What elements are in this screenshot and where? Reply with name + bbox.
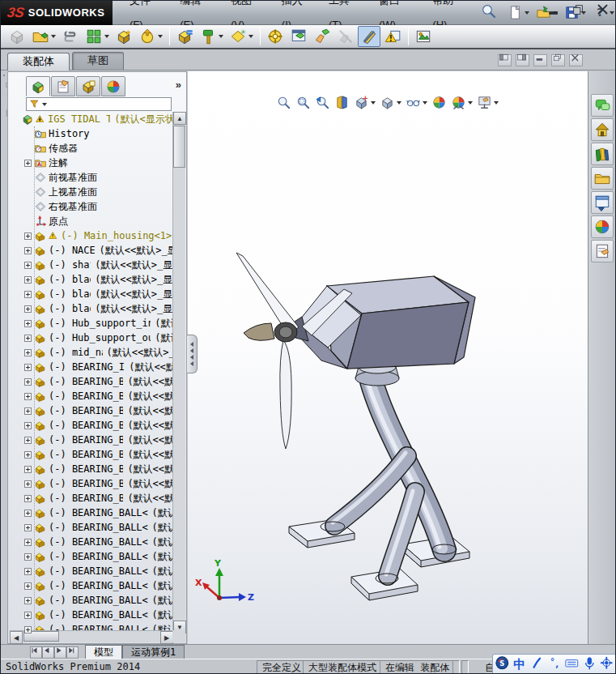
edit-component-button[interactable] — [311, 26, 333, 47]
next-tab-button[interactable] — [54, 646, 66, 659]
collapse-right-pane-button[interactable] — [516, 54, 529, 66]
tree-item--mid_nacelle<1>[interactable]: (-) mid_nacelle<1>(默认<<默认>_显示状态 1>) — [10, 345, 173, 360]
tree-expander[interactable] — [24, 437, 32, 444]
doc-close-button[interactable] — [569, 54, 583, 66]
tree-item-[interactable]: 右视基准面 — [10, 199, 173, 214]
tree-expander[interactable] — [24, 407, 32, 415]
collapse-left-pane-button[interactable] — [498, 54, 512, 66]
insert-components-button[interactable] — [29, 26, 58, 47]
handwriting-button[interactable] — [529, 656, 545, 672]
tree-item-IGSTIDALTURBINE[interactable]: IGS TIDAL TURBINE (默认<显示状态-1>) — [10, 112, 173, 126]
tree-item--BEARING_BALL<10>[interactable]: (-) BEARING_BALL<10>(默认 — [10, 506, 173, 520]
ime-settings-button[interactable] — [599, 656, 614, 672]
mate-button[interactable] — [59, 26, 82, 47]
commandmanager-tab-装配体[interactable]: 装配体 — [7, 53, 70, 70]
tree-item--BEARING_BALL<4>[interactable]: (-) BEARING_BALL<4>(默认<<默认>) — [10, 418, 173, 433]
last-tab-button[interactable] — [66, 646, 79, 659]
tree-item--BEARING_BALL<13>[interactable]: (-) BEARING_BALL<13>(默认 — [10, 549, 173, 564]
tree-expander[interactable] — [24, 232, 32, 240]
solidworks-forum-button[interactable] — [591, 94, 614, 117]
turbine-3d-model[interactable]: X Y Z — [188, 71, 589, 644]
close-button[interactable] — [596, 5, 610, 18]
tree-item-[interactable]: 前视基准面 — [10, 170, 173, 185]
tree-expander[interactable] — [24, 510, 32, 517]
tree-expander[interactable] — [24, 612, 32, 619]
tree-item--Hub_support_outer<1>[interactable]: (-) Hub_support_outer<1>(默认 — [10, 331, 173, 345]
tree-item--BEARING_BALL<8>[interactable]: (-) BEARING_BALL<8>(默认<<默认>) — [10, 476, 173, 491]
smart-fasteners-button[interactable]: ★ — [113, 26, 135, 47]
insert-component-button[interactable] — [6, 26, 28, 47]
tree-item--Hub_support_inner<1>[interactable]: (-) Hub_support_inner<1>(默认 — [10, 316, 173, 331]
tree-expander[interactable] — [24, 262, 32, 269]
tree-expander[interactable] — [24, 568, 32, 575]
tree-expander[interactable] — [24, 495, 32, 502]
tree-item--Main_housing<1>[interactable]: !(-) Main_housing<1> — [10, 228, 173, 243]
assembly-visualization-button[interactable] — [287, 26, 310, 47]
punctuation-button[interactable]: °, — [547, 656, 563, 672]
tree-expander[interactable] — [24, 393, 32, 400]
tree-item--BEARING_BALL<14>[interactable]: (-) BEARING_BALL<14>(默认 — [10, 564, 173, 578]
fm-tab-displaymanager[interactable] — [101, 76, 125, 96]
tree-item--BEARING_BALL<11>[interactable]: (-) BEARING_BALL<11>(默认 — [10, 520, 173, 535]
show-hidden-components-button[interactable] — [173, 26, 196, 47]
panel-splitter-handle[interactable] — [187, 335, 198, 373]
assemblyxpert-button[interactable]: ! — [381, 26, 404, 47]
scroll-right-button[interactable]: ▶ — [160, 631, 173, 644]
tree-item--BEARING_BALL<3>[interactable]: (-) BEARING_BALL<3>(默认<<默认>) — [10, 403, 173, 418]
tree-item-[interactable]: A注解 — [10, 156, 173, 170]
tree-expander[interactable] — [24, 160, 32, 167]
take-snapshot-button[interactable] — [412, 26, 435, 47]
panel-overflow-chevron[interactable]: » — [176, 79, 181, 91]
tree-expander[interactable] — [24, 305, 32, 313]
tree-expander[interactable] — [24, 291, 32, 298]
fm-tab-featuremanager-tree[interactable] — [26, 76, 50, 96]
file-explorer-button[interactable] — [591, 167, 614, 190]
scroll-up-button[interactable]: ▲ — [173, 112, 186, 125]
move-component-button[interactable] — [136, 26, 165, 47]
tree-expander[interactable] — [24, 539, 32, 546]
voice-input-button[interactable] — [582, 656, 597, 672]
tree-item--BEARING_BALL<15>[interactable]: (-) BEARING_BALL<15>(默认 — [10, 578, 173, 593]
solidworks-resources-button[interactable] — [591, 118, 614, 141]
design-library-button[interactable] — [591, 143, 614, 165]
chinese-mode-button[interactable]: 中 — [512, 656, 528, 672]
tree-expander[interactable] — [24, 597, 32, 604]
tree-horizontal-scrollbar[interactable]: ◀ ▶ — [10, 630, 173, 642]
new-motion-study-button[interactable] — [264, 26, 287, 47]
tree-item--BEARING_INNER<1>[interactable]: (-) BEARING_INNER<1>(默认<<默认>) — [10, 360, 173, 374]
tree-expander[interactable] — [24, 247, 32, 254]
tree-item-History[interactable]: History — [10, 126, 173, 141]
tree-item--BEARING_BALL<16>[interactable]: (-) BEARING_BALL<16>(默认 — [10, 593, 173, 608]
tree-expander[interactable] — [24, 466, 32, 473]
tree-expander[interactable] — [24, 553, 32, 561]
tree-item--BEARING_BALL<7>[interactable]: (-) BEARING_BALL<7>(默认<<默认>) — [10, 462, 173, 476]
tree-item--blade<3>[interactable]: (-) blade<3>(默认<<默认>_显示状态 1>) — [10, 301, 173, 316]
fm-tab-configurationmanager[interactable] — [76, 76, 100, 96]
search-icon[interactable] — [480, 4, 497, 22]
commandmanager-tab-草图[interactable]: 草图 — [72, 52, 124, 70]
tree-item-[interactable]: 传感器 — [10, 141, 173, 156]
large-assembly-mode-button[interactable] — [358, 26, 380, 47]
tree-item--blade<2>[interactable]: (-) blade<2>(默认<<默认>_显示状态 1>) — [10, 287, 173, 301]
tree-expander[interactable] — [24, 276, 32, 284]
new-document-button[interactable] — [505, 3, 532, 23]
reference-geometry-button[interactable]: ✳ — [227, 26, 256, 47]
tree-item-[interactable]: 上视基准面 — [10, 185, 173, 199]
linear-component-pattern-button[interactable] — [83, 26, 112, 47]
doc-restore-button[interactable] — [551, 54, 565, 66]
assembly-features-button[interactable] — [197, 26, 226, 47]
tree-expander[interactable] — [24, 626, 32, 633]
tree-expander[interactable] — [24, 480, 32, 488]
graphics-viewport[interactable]: + — [188, 71, 589, 644]
tree-item--BEARING_BALL<1>[interactable]: (-) BEARING_BALL<1>(默认<<默认>) — [10, 374, 173, 389]
tree-item--BEARING_BALL<5>[interactable]: (-) BEARING_BALL<5>(默认<<默认>) — [10, 433, 173, 447]
tree-vertical-scrollbar[interactable]: ▲ ▼ — [172, 112, 185, 633]
tree-expander[interactable] — [24, 320, 32, 327]
restore-button[interactable] — [571, 5, 586, 18]
soft-keyboard-button[interactable] — [564, 656, 580, 672]
tree-item--NACELLE<1>[interactable]: (-) NACELLE<1>(默认<<默认>_显示状态 1>) — [10, 243, 173, 258]
tree-item--BEARING_BALL<12>[interactable]: (-) BEARING_BALL<12>(默认 — [10, 535, 173, 549]
tree-expander[interactable] — [24, 582, 32, 590]
previous-tab-button[interactable] — [42, 646, 54, 659]
tree-item-[interactable]: ✱原点 — [10, 214, 173, 228]
